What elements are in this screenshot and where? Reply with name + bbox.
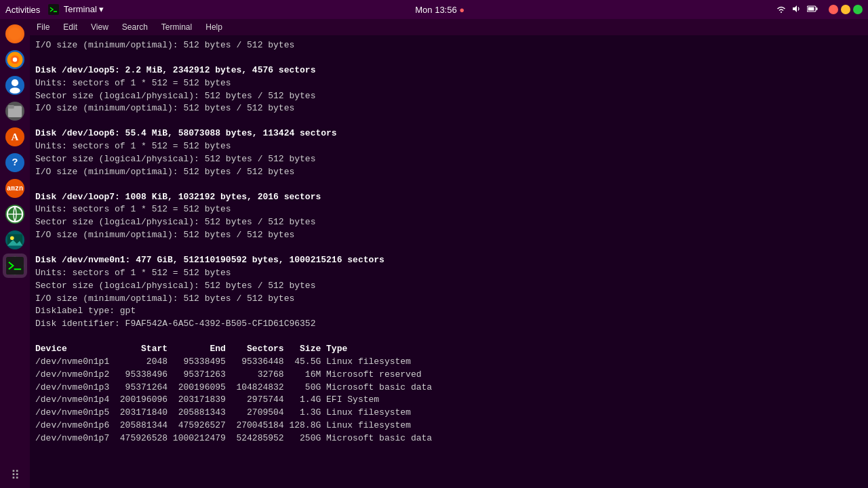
imageviewer-icon [5,230,24,249]
menu-search[interactable]: Search [119,22,151,32]
topbar-right [776,4,863,16]
terminal-screen[interactable]: I/O size (minimum/optimal): 512 bytes / … [30,35,868,488]
files-icon [5,102,24,121]
sidebar: A ? amzn ⠿ [0,19,30,488]
sidebar-apps-grid-button[interactable]: ⠿ [11,468,20,483]
terminal-line: Units: sectors of 1 * 512 = 512 bytes [35,267,863,280]
terminal-line: Sector size (logical/physical): 512 byte… [35,90,863,103]
svg-rect-5 [808,7,814,10]
terminal-line: Units: sectors of 1 * 512 = 512 bytes [35,140,863,153]
sidebar-item-terminal[interactable] [3,253,27,278]
sidebar-item-gnome[interactable] [3,22,27,46]
topbar: Activities Terminal ▾ Mon 13:56 ● [0,0,868,19]
sidebar-item-fontviewer[interactable]: A [3,125,27,149]
battery-icon [807,5,818,15]
volume-icon [792,4,802,16]
terminal-line: I/O size (minimum/optimal): 512 bytes / … [35,229,863,242]
topbar-left: Activities Terminal ▾ [5,4,104,16]
terminal-line: I/O size (minimum/optimal): 512 bytes / … [35,39,863,52]
main-layout: A ? amzn ⠿ [0,19,868,488]
svg-rect-12 [8,105,14,108]
terminal-line: Units: sectors of 1 * 512 = 512 bytes [35,203,863,216]
terminal-line: Disk /dev/nvme0n1: 477 GiB, 512110190592… [35,254,863,267]
firefox-icon [5,50,24,69]
svg-rect-18 [6,257,24,274]
sidebar-item-contacts[interactable] [3,73,27,98]
terminal-line: Disk /dev/loop5: 2.2 MiB, 2342912 bytes,… [35,64,863,77]
menu-view[interactable]: View [88,22,111,32]
terminal-line [35,242,863,254]
terminal-sidebar-icon [5,256,24,275]
terminal-line: I/O size (minimum/optimal): 512 bytes / … [35,102,863,115]
terminal-line: /dev/nvme0n1p2 95338496 95371263 32768 1… [35,369,863,382]
terminal-menu-button[interactable]: Terminal ▾ [48,4,104,16]
terminal-line: /dev/nvme0n1p5 203171840 205881343 27095… [35,407,863,420]
contacts-icon [5,76,24,95]
gnome-icon [5,24,24,43]
network-icon [776,5,787,15]
terminal-line [35,331,863,343]
menu-edit[interactable]: Edit [60,22,80,32]
terminal-menu-label: Terminal ▾ [48,4,104,16]
terminal-line: /dev/nvme0n1p6 205881344 475926527 27004… [35,420,863,432]
menu-help[interactable]: Help [203,22,225,32]
terminal-line: Disk identifier: F9AF542A-6A5C-4392-B505… [35,318,863,331]
svg-rect-4 [816,7,817,10]
terminal-line: Sector size (logical/physical): 512 byte… [35,280,863,293]
amazon-icon: amzn [5,179,24,198]
close-button[interactable] [829,5,838,14]
sidebar-item-network[interactable] [3,202,27,226]
terminal-line: Sector size (logical/physical): 512 byte… [35,216,863,229]
sidebar-item-amazon[interactable]: amzn [3,176,27,201]
window-controls[interactable] [829,5,863,14]
activities-button[interactable]: Activities [5,5,40,15]
topbar-clock: Mon 13:56 ● [415,5,465,15]
terminal-line: I/O size (minimum/optimal): 512 bytes / … [35,293,863,306]
maximize-button[interactable] [853,5,863,14]
terminal-line: /dev/nvme0n1p1 2048 95338495 95336448 45… [35,356,863,369]
terminal-wrapper: File Edit View Search Terminal Help I/O … [30,19,868,488]
terminal-line: I/O size (minimum/optimal): 512 bytes / … [35,166,863,179]
minimize-button[interactable] [841,5,850,14]
svg-point-8 [13,58,17,62]
help-icon: ? [5,153,24,172]
svg-point-9 [12,79,18,86]
sidebar-item-help[interactable]: ? [3,150,27,175]
svg-point-16 [10,236,14,240]
terminal-line: /dev/nvme0n1p3 95371264 200196095 104824… [35,382,863,394]
terminal-line [35,52,863,64]
menu-file[interactable]: File [34,22,52,32]
svg-marker-2 [793,5,797,12]
terminal-line: Device Start End Sectors Size Type [35,343,863,356]
terminal-line [35,115,863,127]
terminal-line: Units: sectors of 1 * 512 = 512 bytes [35,77,863,90]
terminal-line: /dev/nvme0n1p7 475926528 1000212479 5242… [35,432,863,445]
terminal-line: Sector size (logical/physical): 512 byte… [35,153,863,166]
terminal-output: I/O size (minimum/optimal): 512 bytes / … [35,39,863,445]
terminal-line: /dev/nvme0n1p4 200196096 203171839 29757… [35,394,863,407]
terminal-line: Disklabel type: gpt [35,305,863,318]
sidebar-item-imageviewer[interactable] [3,228,27,252]
menu-terminal[interactable]: Terminal [159,22,195,32]
sidebar-item-files[interactable] [3,99,27,123]
network-sidebar-icon [5,205,24,224]
terminal-line: Disk /dev/loop6: 55.4 MiB, 58073088 byte… [35,127,863,140]
sidebar-item-firefox[interactable] [3,47,27,72]
terminal-line: Disk /dev/loop7: 1008 KiB, 1032192 bytes… [35,191,863,204]
fontviewer-icon: A [5,127,24,146]
terminal-menubar: File Edit View Search Terminal Help [30,19,868,35]
svg-point-10 [9,87,20,94]
terminal-line [35,179,863,191]
